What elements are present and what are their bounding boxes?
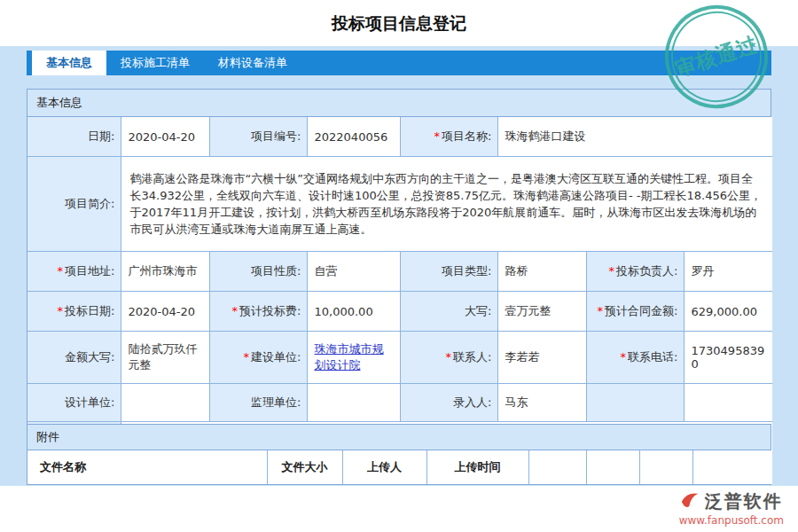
design-unit-value bbox=[121, 384, 209, 422]
est-bid-fee-label: *预计投标费: bbox=[209, 292, 307, 332]
required-mark: * bbox=[58, 304, 64, 317]
attachments-table: 文件名称 文件大小 上传人 上传时间 bbox=[27, 450, 772, 484]
label-text: 录入人: bbox=[453, 395, 491, 409]
date-label: 日期: bbox=[27, 117, 121, 157]
project-nature-value: 自营 bbox=[307, 252, 400, 292]
project-address-label: *项目地址: bbox=[27, 252, 121, 292]
required-mark: * bbox=[232, 304, 239, 317]
project-no-value: 2022040056 bbox=[307, 117, 400, 157]
attachments-col-uploader: 上传人 bbox=[342, 450, 426, 484]
brand-name: 泛普软件 bbox=[705, 489, 783, 513]
empty-value-cell bbox=[684, 384, 772, 422]
label-text: 预计合同金额: bbox=[605, 304, 677, 317]
label-text: 建设单位: bbox=[251, 350, 301, 364]
recorder-label: 录入人: bbox=[400, 384, 497, 422]
tab-bid-construction-list[interactable]: 投标施工清单 bbox=[106, 51, 204, 75]
bid-leader-label: *投标负责人: bbox=[586, 252, 684, 292]
bid-date-label: *投标日期: bbox=[27, 292, 121, 332]
attachments-col-filesize: 文件大小 bbox=[267, 450, 342, 484]
label-text: 项目性质: bbox=[251, 264, 301, 278]
project-type-label: 项目类型: bbox=[400, 252, 497, 292]
required-mark: * bbox=[244, 350, 250, 364]
project-name-value: 珠海鹤港口建设 bbox=[497, 117, 772, 157]
label-text: 项目类型: bbox=[442, 264, 491, 278]
attachments-col-empty bbox=[639, 450, 692, 484]
fanpu-logo-icon bbox=[679, 490, 700, 513]
amount-caps-label: 金额大写: bbox=[27, 332, 121, 384]
label-text: 项目地址: bbox=[65, 264, 114, 278]
design-unit-label: 设计单位: bbox=[27, 384, 121, 422]
attachments-col-filename: 文件名称 bbox=[27, 450, 267, 484]
brand-url: www.fanpusoft.com bbox=[679, 514, 784, 527]
bid-leader-value: 罗丹 bbox=[684, 252, 772, 292]
attachments-section-title: 附件 bbox=[27, 425, 771, 450]
construction-unit-label: *建设单位: bbox=[209, 332, 307, 384]
required-mark: * bbox=[58, 264, 64, 278]
label-text: 日期: bbox=[88, 129, 114, 143]
project-type-value: 路桥 bbox=[497, 252, 586, 292]
est-contract-amount-label: *预计合同金额: bbox=[586, 292, 684, 332]
recorder-value: 马东 bbox=[497, 384, 586, 422]
project-address-value: 广州市珠海市 bbox=[121, 252, 209, 292]
est-bid-fee-value: 10,000.00 bbox=[307, 292, 400, 332]
top-header: 投标项目信息登记 bbox=[0, 0, 798, 46]
project-no-label: 项目编号: bbox=[209, 117, 307, 157]
amount-caps-value: 陆拾贰万玖仟元整 bbox=[121, 332, 209, 384]
label-text: 联系人: bbox=[453, 350, 491, 364]
required-mark: * bbox=[434, 129, 441, 143]
required-mark: * bbox=[621, 350, 627, 364]
table-row: *项目地址: 广州市珠海市 项目性质: 自营 项目类型: 路桥 *投标负责人: … bbox=[27, 252, 772, 292]
label-text: 联系电话: bbox=[628, 350, 677, 364]
project-nature-label: 项目性质: bbox=[209, 252, 307, 292]
tab-material-equipment-list[interactable]: 材料设备清单 bbox=[204, 51, 301, 75]
table-row: 项目简介: 鹤港高速公路是珠海市“六横十纵”交通网络规划中东西方向的主干道之一，… bbox=[27, 157, 772, 252]
fanpu-logo: 泛普软件 www.fanpusoft.com bbox=[679, 489, 784, 527]
required-mark: * bbox=[446, 350, 452, 364]
supervision-unit-value bbox=[307, 384, 400, 422]
label-text: 监理单位: bbox=[251, 395, 301, 409]
fee-caps-value: 壹万元整 bbox=[497, 292, 586, 332]
contact-value: 李若若 bbox=[497, 332, 586, 384]
attachments-col-empty bbox=[528, 450, 586, 484]
label-text: 大写: bbox=[465, 304, 491, 317]
phone-label: *联系电话: bbox=[586, 332, 684, 384]
attachments-col-uploadtime: 上传时间 bbox=[426, 450, 528, 484]
label-text: 金额大写: bbox=[65, 350, 114, 364]
brand-row: 泛普软件 bbox=[679, 489, 784, 513]
basic-info-section-title: 基本信息 bbox=[27, 90, 771, 117]
project-brief-value: 鹤港高速公路是珠海市“六横十纵”交通网络规划中东西方向的主干道之一，是粤港澳大湾… bbox=[121, 157, 772, 252]
table-row: 金额大写: 陆拾贰万玖仟元整 *建设单位: 珠海市城市规划设计院 *联系人: 李… bbox=[27, 332, 772, 384]
label-text: 投标负责人: bbox=[616, 264, 677, 278]
construction-unit-link[interactable]: 珠海市城市规划设计院 bbox=[315, 342, 384, 372]
date-value: 2020-04-20 bbox=[121, 117, 209, 157]
attachments-header-row: 文件名称 文件大小 上传人 上传时间 bbox=[27, 450, 772, 484]
basic-info-panel: 基本信息 日期: 2020-04-20 项目编号: 2022040056 *项目… bbox=[27, 89, 771, 458]
label-text: 投标日期: bbox=[65, 304, 114, 317]
label-text: 项目简介: bbox=[65, 197, 114, 210]
est-contract-amount-value: 629,000.00 bbox=[684, 292, 772, 332]
label-text: 项目编号: bbox=[251, 129, 301, 143]
construction-unit-value: 珠海市城市规划设计院 bbox=[307, 332, 400, 384]
table-row: 日期: 2020-04-20 项目编号: 2022040056 *项目名称: 珠… bbox=[27, 117, 772, 157]
contact-label: *联系人: bbox=[400, 332, 497, 384]
table-row: *投标日期: 2020-04-20 *预计投标费: 10,000.00 大写: … bbox=[27, 292, 772, 332]
empty-label-cell bbox=[586, 384, 684, 422]
footer: 泛普软件 www.fanpusoft.com bbox=[0, 486, 798, 532]
attachments-col-empty bbox=[692, 450, 772, 484]
attachments-col-empty bbox=[586, 450, 639, 484]
project-name-label: *项目名称: bbox=[400, 117, 497, 157]
page-title: 投标项目信息登记 bbox=[0, 0, 798, 35]
fee-caps-label: 大写: bbox=[400, 292, 497, 332]
label-text: 预计投标费: bbox=[239, 304, 301, 317]
project-brief-label: 项目简介: bbox=[27, 157, 121, 252]
attachments-panel: 附件 文件名称 文件大小 上传人 上传时间 bbox=[27, 424, 771, 485]
label-text: 设计单位: bbox=[65, 395, 114, 409]
bid-date-value: 2020-04-20 bbox=[121, 292, 209, 332]
label-text: 项目名称: bbox=[442, 129, 491, 143]
tab-bar: 基本信息 投标施工清单 材料设备清单 bbox=[27, 51, 771, 75]
tab-basic-info[interactable]: 基本信息 bbox=[32, 51, 106, 75]
phone-value: 17304958390 bbox=[684, 332, 772, 384]
table-row: 设计单位: 监理单位: 录入人: 马东 bbox=[27, 384, 772, 422]
required-mark: * bbox=[609, 264, 615, 278]
required-mark: * bbox=[598, 304, 604, 317]
